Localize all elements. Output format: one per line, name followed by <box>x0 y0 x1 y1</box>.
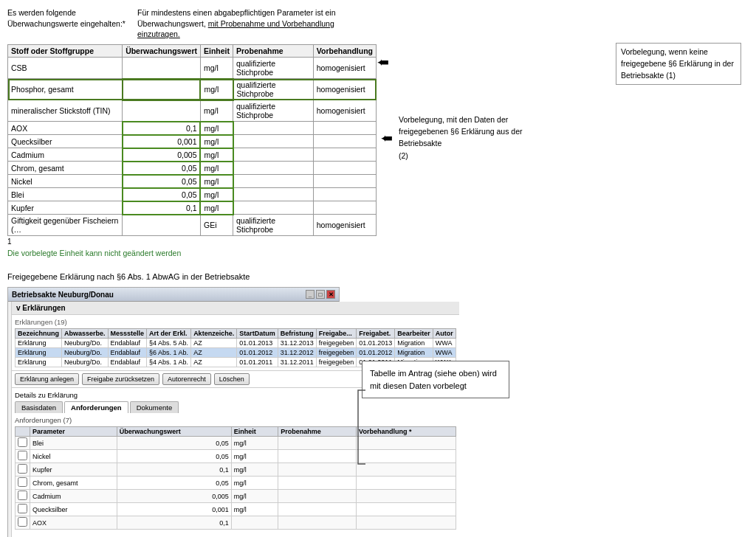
wert-cell[interactable]: 0,1 <box>123 122 201 135</box>
anf-wert: 0,005 <box>117 490 231 503</box>
anf-param: Blei <box>30 437 117 450</box>
wert-cell[interactable] <box>123 58 201 79</box>
decl-col-befr: Befristung <box>278 329 316 339</box>
table-row: Cadmium 0,005 mg/l <box>8 148 377 162</box>
checkbox-chrom[interactable] <box>18 477 27 487</box>
close-btn[interactable]: ✕ <box>326 290 335 299</box>
stoff-name: Chrom, gesamt <box>8 162 123 175</box>
wert-cell[interactable]: 0,05 <box>123 175 201 188</box>
checkbox-blei[interactable] <box>18 437 27 447</box>
table-row: Blei 0,05 mg/l <box>8 188 377 201</box>
anf-param: Nickel <box>30 450 117 463</box>
anf-wert: 0,1 <box>117 516 231 530</box>
loeschen-button[interactable]: Löschen <box>214 373 250 385</box>
app-window: Betriebsakte Neuburg/Donau _ □ ✕ 📁 Betri… <box>7 287 340 537</box>
anf-probe <box>278 463 357 477</box>
einheit-cell: mg/l <box>200 188 233 201</box>
anf-check[interactable] <box>16 450 30 463</box>
einheit-cell: mg/l <box>200 175 233 188</box>
tab-basisdaten[interactable]: Basisdaten <box>15 401 63 413</box>
stoff-name: Cadmium <box>8 148 123 162</box>
autorenrecht-button[interactable]: Autorenrecht <box>162 373 211 385</box>
anf-probe <box>278 477 357 490</box>
decl-art: §4 Abs. 5 Ab. <box>147 339 191 348</box>
anf-check[interactable] <box>16 477 30 490</box>
checkbox-kupfer[interactable] <box>18 464 27 474</box>
einheit-cell: mg/l <box>200 122 233 135</box>
checkbox-nickel[interactable] <box>18 451 27 460</box>
decl-az: AZ <box>191 358 237 367</box>
anf-check[interactable] <box>16 516 30 530</box>
wert-cell[interactable] <box>123 100 201 122</box>
vor-cell <box>313 188 376 201</box>
annotations-right: ➨ Vorbelegung, wenn keine freigegebene §… <box>384 7 749 257</box>
decl-az: AZ <box>191 348 237 358</box>
annotation-right-text: Vorbelegung, wenn keine freigegebene §6 … <box>621 47 734 80</box>
decl-start: 01.01.2012 <box>237 348 278 358</box>
arrow-middle-annotation: ➨ <box>380 129 393 147</box>
minimize-btn[interactable]: _ <box>306 290 315 299</box>
v-erklaerungen-label: v Erklärungen <box>16 304 66 312</box>
anf-wert: 0,1 <box>117 463 231 477</box>
tab-anforderungen[interactable]: Anforderungen <box>64 401 128 413</box>
decl-ms: Endablauf <box>108 339 147 348</box>
einheit-cell: mg/l <box>200 148 233 162</box>
annotation-middle-text: Vorbelegung, mit den Daten der freigegeb… <box>399 115 523 148</box>
vor-cell: homogenisiert <box>313 100 376 122</box>
anf-wert: 0,05 <box>117 437 231 450</box>
annotation-middle-num: (2) <box>399 150 554 162</box>
decl-befr: 31.12.2011 <box>278 358 316 367</box>
col-probe: Probenahme <box>233 45 314 58</box>
checkbox-cadmium[interactable] <box>18 491 27 500</box>
wert-cell[interactable]: 0,1 <box>123 201 201 215</box>
checkbox-quecksilber[interactable] <box>18 504 27 513</box>
vor-cell <box>313 162 376 175</box>
anf-check[interactable] <box>16 437 30 450</box>
decl-col-bez: Bezeichnung <box>16 329 62 339</box>
anf-col-check <box>16 427 30 437</box>
wert-cell[interactable]: 0,005 <box>123 148 201 162</box>
table-row: Giftigkeit gegenüber Fischeiern (… GEi q… <box>8 215 377 236</box>
anf-wert: 0,05 <box>117 477 231 490</box>
probe-cell <box>233 201 314 215</box>
arrow-right-annotation: ➨ <box>377 53 389 71</box>
bracket-svg <box>351 383 373 471</box>
bottom-section: Freigegebene Erklärung nach §6 Abs. 1 Ab… <box>7 272 749 537</box>
decl-bez: Erklärung <box>16 339 62 348</box>
vor-cell <box>313 175 376 188</box>
top-section: Es werden folgende Überwachungswerte ein… <box>7 7 749 257</box>
decl-start: 01.01.2011 <box>237 358 278 367</box>
anf-check[interactable] <box>16 490 30 503</box>
wert-cell[interactable] <box>123 79 201 100</box>
probe-cell: qualifizierte Stichprobe <box>233 100 314 122</box>
einheit-cell: mg/l <box>200 201 233 215</box>
table-row: Kupfer 0,1 mg/l <box>8 201 377 215</box>
decl-ms: Endablauf <box>108 358 147 367</box>
maximize-btn[interactable]: □ <box>316 290 325 299</box>
decl-bez: Erklärung <box>16 348 62 358</box>
anf-check[interactable] <box>16 503 30 516</box>
tab-dokumente[interactable]: Dokumente <box>130 401 179 413</box>
anf-check[interactable] <box>16 463 30 477</box>
wert-cell[interactable]: 0,001 <box>123 135 201 148</box>
wert-cell[interactable]: 0,05 <box>123 188 201 201</box>
wert-cell[interactable] <box>123 215 201 236</box>
stoff-name: Phosphor, gesamt <box>8 79 123 100</box>
wert-cell[interactable]: 0,05 <box>123 162 201 175</box>
anf-col-einh: Einheit <box>231 427 278 437</box>
stoff-name: CSB <box>8 58 123 79</box>
anf-probe <box>278 503 357 516</box>
decl-col-ms: Messstelle <box>108 329 147 339</box>
annotation-middle-box: Vorbelegung, mit den Daten der freigegeb… <box>399 114 554 162</box>
checkbox-aox[interactable] <box>18 517 27 527</box>
decl-ab: Neuburg/Do. <box>62 348 109 358</box>
einheit-cell: mg/l <box>200 162 233 175</box>
anf-wert: 0,05 <box>117 450 231 463</box>
freigabe-zuruecksetzen-button[interactable]: Freigabe zurücksetzen <box>82 373 159 385</box>
anf-einh: mg/l <box>231 503 278 516</box>
decl-col-ab: Abwasserbe. <box>62 329 109 339</box>
anf-einh: mg/l <box>231 437 278 450</box>
decl-col-art: Art der Erkl. <box>147 329 191 339</box>
einheit-cell: mg/l <box>200 135 233 148</box>
erklaerung-anlegen-button[interactable]: Erklärung anlegen <box>15 373 79 385</box>
